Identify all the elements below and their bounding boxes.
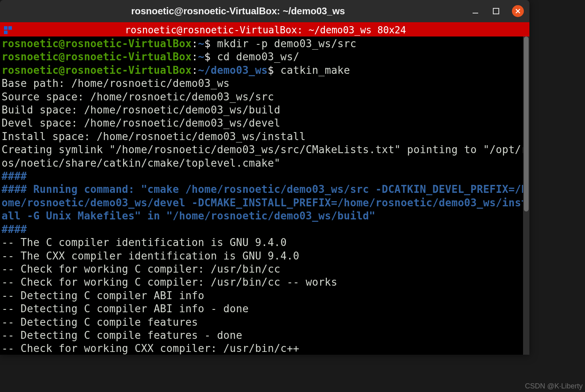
watermark: CSDN @K·Liberty	[525, 382, 583, 390]
command-text: mkdir -p demo03_ws/src	[217, 38, 356, 50]
prompt-colon: :	[192, 64, 198, 76]
output-line: -- Check for working C compiler: /usr/bi…	[2, 263, 280, 275]
output-hash: ####	[2, 223, 27, 235]
terminal-area[interactable]: rosnoetic@rosnoetic-VirtualBox:~$ mkdir …	[0, 37, 529, 355]
prompt-colon: :	[192, 38, 198, 50]
close-icon[interactable]	[512, 5, 524, 17]
output-line: Base path: /home/rosnoetic/demo03_ws	[2, 77, 230, 89]
output-line: -- Detecting C compiler ABI info	[2, 290, 205, 302]
prompt-sigil: $	[205, 51, 211, 63]
output-line: Install space: /home/rosnoetic/demo03_ws…	[2, 131, 306, 142]
output-running-dir: "/home/rosnoetic/demo03_ws/build"	[166, 210, 375, 222]
terminal-tabbar: rosnoetic@rosnoetic-VirtualBox: ~/demo03…	[0, 22, 529, 37]
prompt-userhost: rosnoetic@rosnoetic-VirtualBox	[2, 38, 192, 50]
output-line: -- The C compiler identification is GNU …	[2, 236, 287, 248]
output-line: -- The CXX compiler identification is GN…	[2, 250, 299, 262]
prompt-cwd: ~/demo03_ws	[198, 64, 268, 76]
output-line: Build space: /home/rosnoetic/demo03_ws/b…	[2, 104, 280, 116]
prompt-sigil: $	[205, 38, 211, 50]
svg-rect-1	[493, 8, 499, 14]
maximize-icon[interactable]	[491, 6, 501, 16]
prompt-cwd-home: ~	[198, 38, 205, 50]
prompt-sigil: $	[268, 64, 274, 76]
command-text: cd demo03_ws/	[217, 51, 299, 63]
window-controls	[471, 5, 524, 17]
output-line: -- Detecting C compile features	[2, 316, 198, 328]
output-running-in: in	[141, 210, 166, 222]
output-line: -- Check for working C compiler: /usr/bi…	[2, 276, 338, 288]
output-line: -- Detecting C compiler ABI info - done	[2, 303, 249, 315]
terminal-window: rosnoetic@rosnoetic-VirtualBox: ~/demo03…	[0, 0, 529, 355]
window-titlebar: rosnoetic@rosnoetic-VirtualBox: ~/demo03…	[0, 0, 529, 22]
terminal-output[interactable]: rosnoetic@rosnoetic-VirtualBox:~$ mkdir …	[0, 37, 529, 355]
output-line: Source space: /home/rosnoetic/demo03_ws/…	[2, 91, 274, 103]
output-running-prefix: #### Running command:	[2, 183, 141, 195]
prompt-colon: :	[192, 51, 198, 63]
scrollbar[interactable]	[523, 37, 529, 355]
scrollbar-thumb[interactable]	[524, 37, 529, 211]
prompt-userhost: rosnoetic@rosnoetic-VirtualBox	[2, 51, 192, 63]
window-title: rosnoetic@rosnoetic-VirtualBox: ~/demo03…	[6, 6, 471, 17]
prompt-userhost: rosnoetic@rosnoetic-VirtualBox	[2, 64, 192, 76]
output-line: -- Detecting C compile features - done	[2, 329, 242, 341]
output-line: Devel space: /home/rosnoetic/demo03_ws/d…	[2, 117, 280, 129]
command-text: catkin_make	[280, 64, 350, 76]
minimize-icon[interactable]	[471, 6, 480, 16]
prompt-cwd-home: ~	[198, 51, 205, 63]
terminal-tab-title: rosnoetic@rosnoetic-VirtualBox: ~/demo03…	[2, 25, 529, 36]
output-hash: ####	[2, 170, 27, 182]
output-line: Creating symlink "/home/rosnoetic/demo03…	[2, 144, 527, 169]
output-line: -- Check for working CXX compiler: /usr/…	[2, 342, 299, 354]
